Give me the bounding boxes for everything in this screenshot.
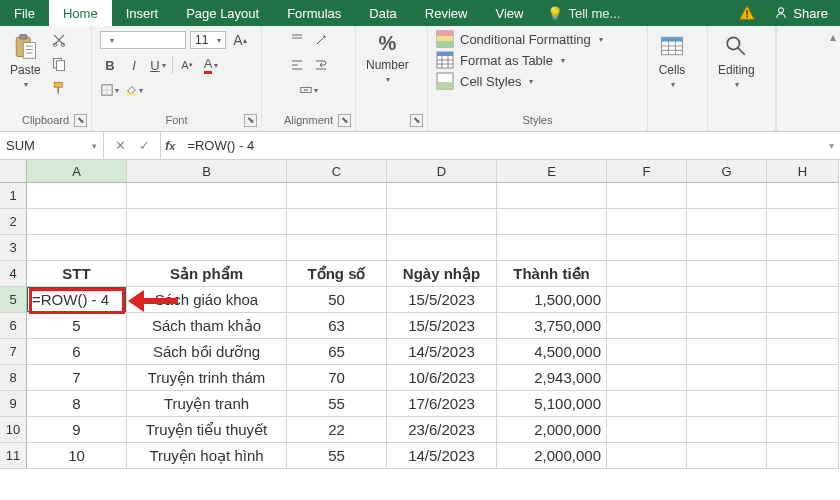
enter-formula-button[interactable]: ✓ <box>136 138 152 153</box>
tab-formulas[interactable]: Formulas <box>273 0 355 26</box>
copy-button[interactable] <box>49 54 69 74</box>
cell-G9[interactable] <box>687 391 767 417</box>
cell-B4[interactable]: Sản phẩm <box>127 261 287 287</box>
cell-H11[interactable] <box>767 443 839 469</box>
cell-D8[interactable]: 10/6/2023 <box>387 365 497 391</box>
bold-button[interactable]: B <box>100 55 120 75</box>
row-header-1[interactable]: 1 <box>0 183 27 209</box>
cell-B11[interactable]: Truyện hoạt hình <box>127 443 287 469</box>
cell-B10[interactable]: Truyện tiểu thuyết <box>127 417 287 443</box>
column-header-D[interactable]: D <box>387 160 497 183</box>
row-header-7[interactable]: 7 <box>0 339 27 365</box>
cell-H7[interactable] <box>767 339 839 365</box>
column-header-G[interactable]: G <box>687 160 767 183</box>
cell-H5[interactable] <box>767 287 839 313</box>
tab-home[interactable]: Home <box>49 0 112 26</box>
cell-G11[interactable] <box>687 443 767 469</box>
cell-D1[interactable] <box>387 183 497 209</box>
cell-C11[interactable]: 55 <box>287 443 387 469</box>
tab-data[interactable]: Data <box>355 0 410 26</box>
cell-G2[interactable] <box>687 209 767 235</box>
cell-C3[interactable] <box>287 235 387 261</box>
fx-icon[interactable]: fx <box>161 132 181 159</box>
cell-styles-button[interactable]: Cell Styles▾ <box>436 72 603 90</box>
cell-C10[interactable]: 22 <box>287 417 387 443</box>
cell-H1[interactable] <box>767 183 839 209</box>
font-color-button[interactable]: A▾ <box>201 55 221 75</box>
warning-icon[interactable] <box>732 0 762 26</box>
editing-button[interactable]: Editing ▾ <box>716 30 757 111</box>
cell-F1[interactable] <box>607 183 687 209</box>
cell-C9[interactable]: 55 <box>287 391 387 417</box>
name-box[interactable]: SUM ▾ <box>0 132 104 159</box>
row-header-4[interactable]: 4 <box>0 261 27 287</box>
cell-E6[interactable]: 3,750,000 <box>497 313 607 339</box>
column-header-B[interactable]: B <box>127 160 287 183</box>
cell-E7[interactable]: 4,500,000 <box>497 339 607 365</box>
cell-E1[interactable] <box>497 183 607 209</box>
cell-H9[interactable] <box>767 391 839 417</box>
row-header-10[interactable]: 10 <box>0 417 27 443</box>
row-header-3[interactable]: 3 <box>0 235 27 261</box>
font-size-select[interactable]: 11▾ <box>190 31 226 49</box>
cell-G8[interactable] <box>687 365 767 391</box>
row-header-8[interactable]: 8 <box>0 365 27 391</box>
cell-B8[interactable]: Truyện trinh thám <box>127 365 287 391</box>
cell-H8[interactable] <box>767 365 839 391</box>
row-header-5[interactable]: 5 <box>0 287 27 313</box>
cell-E4[interactable]: Thành tiền <box>497 261 607 287</box>
cell-D10[interactable]: 23/6/2023 <box>387 417 497 443</box>
merge-center-button[interactable]: ▾ <box>299 80 319 100</box>
cell-H2[interactable] <box>767 209 839 235</box>
cell-E9[interactable]: 5,100,000 <box>497 391 607 417</box>
cell-A9[interactable]: 8 <box>27 391 127 417</box>
column-header-H[interactable]: H <box>767 160 839 183</box>
cell-A3[interactable] <box>27 235 127 261</box>
cell-D9[interactable]: 17/6/2023 <box>387 391 497 417</box>
cell-A4[interactable]: STT <box>27 261 127 287</box>
cell-D6[interactable]: 15/5/2023 <box>387 313 497 339</box>
cell-G1[interactable] <box>687 183 767 209</box>
cell-H6[interactable] <box>767 313 839 339</box>
cell-E5[interactable]: 1,500,000 <box>497 287 607 313</box>
tab-review[interactable]: Review <box>411 0 482 26</box>
formula-input[interactable]: =ROW() - 4 <box>181 132 822 159</box>
cell-C8[interactable]: 70 <box>287 365 387 391</box>
cut-button[interactable] <box>49 30 69 50</box>
cells-button[interactable]: Cells ▾ <box>656 30 688 111</box>
column-header-E[interactable]: E <box>497 160 607 183</box>
cell-B7[interactable]: Sách bồi dưỡng <box>127 339 287 365</box>
cell-F5[interactable] <box>607 287 687 313</box>
alignment-launcher[interactable]: ⬊ <box>338 114 351 127</box>
row-header-11[interactable]: 11 <box>0 443 27 469</box>
cell-C1[interactable] <box>287 183 387 209</box>
cell-D2[interactable] <box>387 209 497 235</box>
cell-E11[interactable]: 2,000,000 <box>497 443 607 469</box>
cell-B1[interactable] <box>127 183 287 209</box>
cell-A7[interactable]: 6 <box>27 339 127 365</box>
shrink-font-button[interactable]: A▾ <box>177 55 197 75</box>
cell-F4[interactable] <box>607 261 687 287</box>
cell-D7[interactable]: 14/5/2023 <box>387 339 497 365</box>
column-header-F[interactable]: F <box>607 160 687 183</box>
cell-G4[interactable] <box>687 261 767 287</box>
format-as-table-button[interactable]: Format as Table▾ <box>436 51 603 69</box>
column-header-A[interactable]: A <box>27 160 127 183</box>
borders-button[interactable]: ▾ <box>100 80 120 100</box>
cell-D4[interactable]: Ngày nhập <box>387 261 497 287</box>
cell-A5[interactable]: =ROW() - 4 <box>27 287 127 313</box>
number-format-button[interactable]: % Number ▾ <box>364 30 411 111</box>
select-all-corner[interactable] <box>0 160 27 183</box>
clipboard-launcher[interactable]: ⬊ <box>74 114 87 127</box>
row-header-9[interactable]: 9 <box>0 391 27 417</box>
cell-F8[interactable] <box>607 365 687 391</box>
cell-E3[interactable] <box>497 235 607 261</box>
cell-F10[interactable] <box>607 417 687 443</box>
format-painter-button[interactable] <box>49 78 69 98</box>
font-family-select[interactable]: ▾ <box>100 31 186 49</box>
align-left-button[interactable] <box>287 55 307 75</box>
cell-A6[interactable]: 5 <box>27 313 127 339</box>
cell-G7[interactable] <box>687 339 767 365</box>
number-launcher[interactable]: ⬊ <box>410 114 423 127</box>
cell-F3[interactable] <box>607 235 687 261</box>
